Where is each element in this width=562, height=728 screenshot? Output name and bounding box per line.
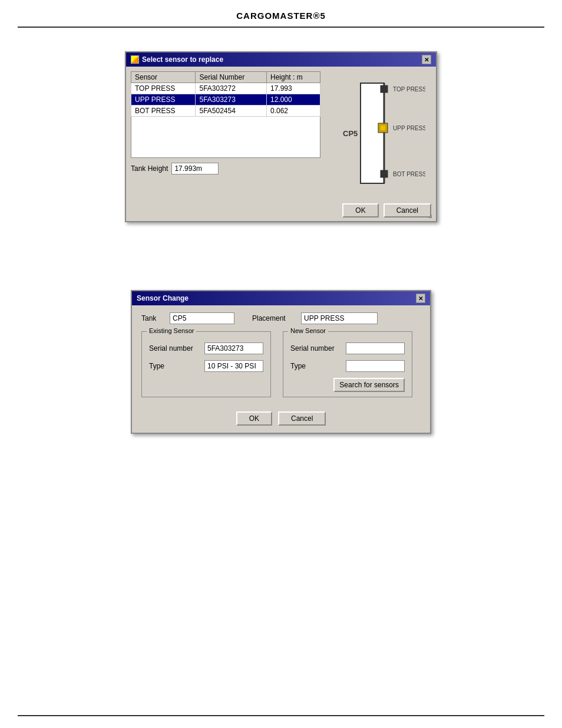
tank-height-input[interactable] bbox=[171, 163, 219, 174]
svg-rect-7 bbox=[381, 170, 388, 177]
tank-input[interactable] bbox=[170, 312, 234, 324]
new-serial-input[interactable] bbox=[346, 342, 405, 354]
table-row[interactable]: TOP PRESS 5FA303272 17.993 bbox=[131, 83, 320, 94]
tank-label: Tank bbox=[141, 314, 165, 322]
dialog1-footer: OK Cancel bbox=[126, 200, 436, 221]
tank-svg: TOP PRESS UPP PRESS BOT PRESS CP5 bbox=[331, 77, 425, 195]
existing-type-row: Type bbox=[149, 360, 263, 372]
dialog2-cancel-button[interactable]: Cancel bbox=[278, 411, 326, 426]
svg-text:BOT PRESS: BOT PRESS bbox=[393, 171, 425, 177]
placement-label: Placement bbox=[252, 314, 296, 322]
page-title: CARGOMASTER®5 bbox=[236, 11, 326, 21]
sensor-table: Sensor Serial Number Height : m TOP PRES… bbox=[131, 71, 320, 117]
existing-type-input[interactable] bbox=[204, 360, 263, 372]
new-type-input[interactable] bbox=[346, 360, 405, 372]
sensor-height: 12.000 bbox=[267, 94, 320, 106]
search-btn-row: Search for sensors bbox=[290, 378, 405, 392]
new-sensor-legend: New Sensor bbox=[288, 327, 328, 334]
page-footer bbox=[18, 715, 544, 716]
col-height: Height : m bbox=[267, 72, 320, 83]
existing-serial-label: Serial number bbox=[149, 344, 199, 353]
sensor-change-dialog: Sensor Change ✕ Tank Placement Exi bbox=[131, 290, 431, 434]
table-row[interactable]: BOT PRESS 5FA502454 0.062 bbox=[131, 106, 320, 117]
sensor-change-footer: OK Cancel bbox=[141, 411, 421, 426]
col-sensor: Sensor bbox=[131, 72, 196, 83]
sensor-height: 17.993 bbox=[267, 83, 320, 94]
resize-handle[interactable]: ⊿ bbox=[428, 213, 435, 220]
dialog1-titlebar: Select sensor to replace ✕ bbox=[126, 52, 436, 67]
sensor-serial: 5FA303273 bbox=[196, 94, 267, 106]
tank-height-row: Tank Height bbox=[131, 163, 320, 174]
table-empty-area bbox=[131, 117, 320, 158]
tank-diagram-inner: TOP PRESS UPP PRESS BOT PRESS CP5 bbox=[331, 77, 425, 195]
col-serial: Serial Number bbox=[196, 72, 267, 83]
dialog2-title: Sensor Change bbox=[137, 294, 189, 302]
sensor-name: TOP PRESS bbox=[131, 83, 196, 94]
groups-row: Existing Sensor Serial number Type New S… bbox=[141, 331, 421, 404]
new-serial-row: Serial number bbox=[290, 342, 405, 354]
dialog2-ok-button[interactable]: OK bbox=[236, 411, 272, 426]
svg-text:TOP PRESS: TOP PRESS bbox=[393, 86, 425, 93]
dialog1-ok-button[interactable]: OK bbox=[342, 203, 378, 218]
dialog1-cancel-button[interactable]: Cancel bbox=[384, 203, 431, 218]
placement-input[interactable] bbox=[301, 312, 378, 324]
svg-rect-0 bbox=[361, 83, 384, 183]
new-type-row: Type bbox=[290, 360, 405, 372]
dialog1-content: Sensor Serial Number Height : m TOP PRES… bbox=[126, 67, 436, 200]
new-type-label: Type bbox=[290, 362, 340, 370]
sensor-serial: 5FA502454 bbox=[196, 106, 267, 117]
search-sensors-button[interactable]: Search for sensors bbox=[333, 378, 405, 392]
sensor-name: BOT PRESS bbox=[131, 106, 196, 117]
new-sensor-group: New Sensor Serial number Type Search for… bbox=[283, 331, 412, 397]
dialog1-icon bbox=[131, 55, 139, 64]
sensor-change-content: Tank Placement Existing Sensor Serial nu… bbox=[132, 305, 430, 433]
dialog2-close-button[interactable]: ✕ bbox=[416, 294, 425, 303]
tank-diagram: TOP PRESS UPP PRESS BOT PRESS CP5 bbox=[325, 71, 431, 195]
new-serial-label: Serial number bbox=[290, 344, 340, 353]
placement-field-group: Placement bbox=[252, 312, 378, 324]
svg-text:UPP PRESS: UPP PRESS bbox=[393, 125, 425, 131]
svg-rect-5 bbox=[381, 126, 385, 130]
top-row-fields: Tank Placement bbox=[141, 312, 421, 324]
tank-field-group: Tank bbox=[141, 312, 234, 324]
sensor-serial: 5FA303272 bbox=[196, 83, 267, 94]
table-row[interactable]: UPP PRESS 5FA303273 12.000 bbox=[131, 94, 320, 106]
existing-serial-row: Serial number bbox=[149, 342, 263, 354]
sensor-height: 0.062 bbox=[267, 106, 320, 117]
dialog2-titlebar: Sensor Change ✕ bbox=[132, 291, 430, 305]
sensor-name: UPP PRESS bbox=[131, 94, 196, 106]
existing-sensor-group: Existing Sensor Serial number Type bbox=[141, 331, 271, 397]
existing-serial-input[interactable] bbox=[204, 342, 263, 354]
dialog1-close-button[interactable]: ✕ bbox=[422, 55, 431, 64]
existing-sensor-legend: Existing Sensor bbox=[147, 327, 196, 334]
sensor-table-container: Sensor Serial Number Height : m TOP PRES… bbox=[131, 71, 320, 195]
svg-text:CP5: CP5 bbox=[343, 129, 358, 138]
tank-height-label: Tank Height bbox=[131, 164, 168, 173]
existing-type-label: Type bbox=[149, 362, 199, 370]
dialog1-title: Select sensor to replace bbox=[142, 55, 223, 64]
svg-rect-2 bbox=[381, 85, 388, 93]
select-sensor-dialog: Select sensor to replace ✕ Sensor Serial… bbox=[125, 51, 437, 222]
